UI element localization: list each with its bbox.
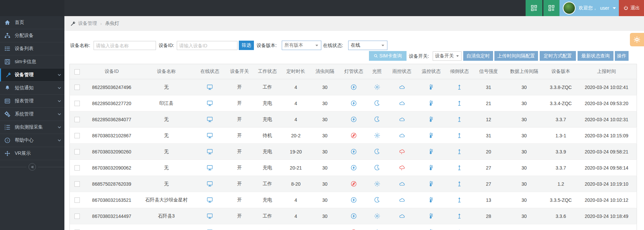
list-icon — [0, 46, 15, 52]
cell-tilt_status — [445, 224, 474, 230]
sidebar-item-6[interactable]: 短信通知 — [0, 82, 64, 95]
online-status-select[interactable]: 在线 — [348, 41, 387, 50]
cell-device_switch: 开 — [226, 176, 254, 192]
table-row[interactable]: 867038032090062无开充电20-213027303.3.72020-… — [70, 160, 637, 176]
upload-interval-config-button[interactable]: 上传时间间隔配置 — [494, 51, 538, 61]
cell-clean_interval: 30 — [311, 208, 339, 224]
sidebar-item-7[interactable]: 报表管理 — [0, 95, 64, 108]
row-select-cell — [70, 160, 85, 176]
device-switch-value: 设备开关 — [435, 53, 454, 59]
qrcode-button-1[interactable] — [526, 0, 542, 16]
row-checkbox[interactable] — [74, 149, 80, 154]
chevron-down-icon[interactable] — [54, 138, 64, 142]
sidebar-item-8[interactable]: 系统管理 — [0, 108, 64, 121]
latest-status-query-button[interactable]: 最新状态查询 — [578, 51, 613, 61]
monitor-icon — [195, 213, 225, 219]
table-row[interactable]: 862285036227720印江县开充电43021303.3.4-ZQC202… — [70, 95, 637, 111]
content-area: 设备名称: 设备ID: 筛选 设备版本: 所有版本 在线状态: 在线 SIM卡查… — [64, 31, 644, 230]
table-row[interactable]: 867038032144497石阡县3开工作43028303.3.62020-0… — [70, 208, 637, 224]
cell-device_switch: 开 — [226, 160, 254, 176]
row-checkbox[interactable] — [74, 101, 80, 106]
cell-signal_strength: 12 — [474, 111, 503, 128]
table-row[interactable]: 867038032163521石阡县大沙坝金星村开充电43013303.3.5-… — [70, 192, 637, 208]
table-row[interactable]: 868575028762039无开工作8-203027301.22020-03-… — [70, 176, 637, 192]
table-row[interactable]: 867038032101877无开工作8-203026301.12020-03-… — [70, 224, 637, 230]
cell-rain_control — [386, 224, 418, 230]
sidebar-item-4[interactable]: sim卡信息 — [0, 55, 64, 68]
sidebar-item-10[interactable]: ?帮助中心 — [0, 134, 64, 147]
sidebar-item-3[interactable]: 设备列表 — [0, 42, 64, 55]
qrcode-button-2[interactable] — [543, 0, 559, 16]
column-header-lamp_status: 灯管状态 — [339, 64, 368, 79]
row-checkbox[interactable] — [74, 165, 80, 171]
table-row[interactable]: 867038032090260无开充电19-203020303.3.92020-… — [70, 144, 637, 160]
cell-signal_strength: 27 — [474, 160, 503, 176]
device-id-input[interactable] — [177, 41, 237, 50]
auto-clean-timer-button[interactable]: 自清虫定时 — [463, 51, 493, 61]
table-row[interactable]: 862285036247496无开工作43031303.3.8-ZQC2020-… — [70, 79, 637, 95]
chevron-down-icon[interactable] — [54, 112, 64, 116]
cell-rain_control — [386, 160, 418, 176]
cell-rain_control — [386, 144, 418, 160]
filter-button[interactable]: 筛选 — [239, 41, 254, 50]
settings-tab-button[interactable] — [630, 33, 644, 46]
cell-temp_control — [418, 176, 445, 192]
row-checkbox[interactable] — [74, 181, 80, 187]
arrow-up-icon — [445, 181, 474, 187]
cell-device_switch: 开 — [226, 111, 254, 128]
device-name-input[interactable] — [94, 41, 156, 50]
caret-down-icon[interactable] — [612, 6, 616, 10]
timer-mode-config-button[interactable]: 定时方式配置 — [540, 51, 576, 61]
cell-data_upload_interval: 30 — [503, 208, 545, 224]
cell-device_id: 862285036247496 — [85, 79, 139, 95]
sidebar-item-2[interactable]: 分配设备 — [0, 29, 64, 42]
cell-signal_strength: 20 — [474, 144, 503, 160]
row-checkbox[interactable] — [74, 117, 80, 122]
sidebar-item-11[interactable]: VR展示 — [0, 147, 64, 160]
svg-text:3: 3 — [5, 128, 6, 130]
table-head: 设备ID设备名称在线状态设备开关工作状态定时时长清虫间隔灯管状态光照雨控状态温控… — [70, 64, 637, 79]
chevron-down-icon[interactable] — [54, 99, 64, 103]
row-checkbox[interactable] — [74, 85, 80, 90]
sidebar-item-label: 短信通知 — [15, 85, 54, 91]
table-row[interactable]: 867038032102867无开待机20-23031301.3-12020-0… — [70, 128, 637, 144]
cell-report_time: 2020-03-24 10:02:31 — [577, 111, 637, 128]
sidebar-item-9[interactable]: 123病虫测报采集 — [0, 121, 64, 134]
sidebar-item-1[interactable]: 首页 — [0, 16, 64, 29]
thermometer-icon — [418, 165, 444, 171]
cell-device_name: 无 — [139, 111, 194, 128]
thermometer-icon — [418, 197, 444, 203]
welcome-text: 欢迎您， — [579, 5, 597, 11]
chevron-down-icon[interactable] — [54, 86, 64, 90]
chevron-down-icon[interactable] — [54, 125, 64, 129]
cell-device_switch: 开 — [226, 208, 254, 224]
sun-icon — [369, 213, 386, 219]
table-row[interactable]: 862285036284077无开充电43012303.3.72020-03-2… — [70, 111, 637, 128]
row-checkbox[interactable] — [74, 214, 80, 219]
device-version-select[interactable]: 所有版本 — [282, 41, 321, 50]
sim-search-label: SIM卡查询 — [379, 53, 402, 59]
row-checkbox[interactable] — [74, 197, 80, 203]
logout-button[interactable]: 退出 — [619, 0, 644, 16]
breadcrumb-parent[interactable]: 设备管理 — [78, 20, 97, 27]
sidebar-item-label: 报表管理 — [15, 98, 54, 104]
cell-device_switch: 开 — [226, 144, 254, 160]
cell-temp_control — [418, 111, 445, 128]
arrow-up-icon — [445, 213, 474, 219]
cell-timer_duration: 19-20 — [281, 144, 311, 160]
select-all-checkbox[interactable] — [74, 69, 80, 75]
device-switch-dropdown[interactable]: 设备开关 — [433, 51, 462, 61]
chevron-down-icon[interactable] — [54, 73, 64, 77]
cell-device_version: 3.3.6 — [545, 208, 577, 224]
sidebar-collapse-button[interactable] — [0, 160, 64, 174]
user-menu[interactable]: 欢迎您， user — [559, 0, 619, 16]
sidebar-item-5[interactable]: 设备管理 — [0, 68, 64, 82]
collapse-icon[interactable] — [29, 163, 36, 171]
arrow-up-icon — [445, 132, 474, 139]
operation-button[interactable]: 操作 — [615, 51, 629, 61]
cell-lamp_status — [339, 95, 368, 111]
cell-clean_interval: 30 — [311, 176, 339, 192]
sim-search-button[interactable]: SIM卡查询 — [369, 51, 407, 61]
row-checkbox[interactable] — [74, 133, 80, 138]
cell-lamp_status — [339, 128, 368, 144]
